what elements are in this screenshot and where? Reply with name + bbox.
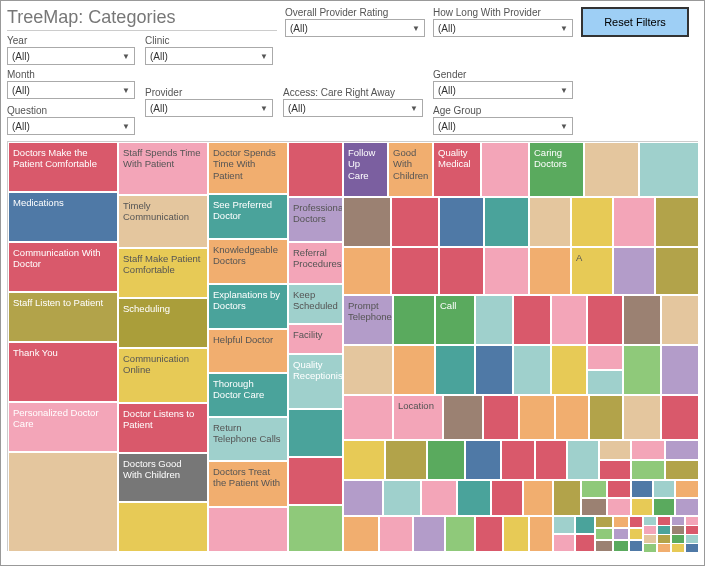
gender-dropdown[interactable]: (All)▼	[433, 81, 573, 99]
month-dropdown[interactable]: (All)▼	[7, 81, 135, 99]
treemap-cell[interactable]	[665, 440, 699, 460]
treemap-cell[interactable]: Quality Medical	[433, 142, 481, 197]
treemap-cell[interactable]	[475, 516, 503, 552]
treemap-cell[interactable]	[587, 370, 623, 395]
treemap-cell[interactable]	[629, 516, 643, 528]
treemap-cell[interactable]	[613, 540, 629, 552]
treemap-cell[interactable]: See Preferred Doctor	[208, 194, 288, 239]
treemap-cell[interactable]	[665, 460, 699, 480]
treemap-cell[interactable]: Professional Doctors	[288, 197, 343, 242]
treemap-cell[interactable]	[501, 440, 535, 480]
treemap-cell[interactable]	[643, 543, 657, 553]
treemap-cell[interactable]	[599, 460, 631, 480]
clinic-dropdown[interactable]: (All)▼	[145, 47, 273, 65]
treemap-cell[interactable]	[589, 395, 623, 440]
treemap-cell[interactable]	[661, 345, 699, 395]
treemap-cell[interactable]	[393, 295, 435, 345]
age-group-dropdown[interactable]: (All)▼	[433, 117, 573, 135]
treemap-cell[interactable]	[439, 247, 484, 295]
treemap-cell[interactable]	[671, 543, 685, 553]
treemap-cell[interactable]	[481, 142, 529, 197]
treemap-cell[interactable]	[288, 142, 343, 197]
treemap-cell[interactable]	[587, 295, 623, 345]
treemap-cell[interactable]	[584, 142, 639, 197]
treemap-cell[interactable]	[343, 247, 391, 295]
treemap-cell[interactable]: Follow Up Care	[343, 142, 388, 197]
treemap-cell[interactable]	[8, 452, 118, 552]
treemap-cell[interactable]: Keep Scheduled	[288, 284, 343, 324]
treemap-cell[interactable]	[529, 197, 571, 247]
treemap-cell[interactable]: Thorough Doctor Care	[208, 373, 288, 417]
treemap-cell[interactable]	[118, 502, 208, 552]
treemap-cell[interactable]	[629, 528, 643, 540]
treemap-cell[interactable]: Staff Listen to Patient	[8, 292, 118, 342]
treemap-cell[interactable]	[385, 440, 427, 480]
treemap-cell[interactable]	[581, 480, 607, 498]
treemap-cell[interactable]	[553, 534, 575, 552]
treemap-cell[interactable]: Thank You	[8, 342, 118, 402]
treemap-cell[interactable]	[535, 440, 567, 480]
treemap-cell[interactable]	[443, 395, 483, 440]
treemap-cell[interactable]	[655, 197, 699, 247]
treemap-cell[interactable]: Call	[435, 295, 475, 345]
treemap-cell[interactable]	[685, 543, 699, 553]
treemap-cell[interactable]: Facility	[288, 324, 343, 354]
treemap-cell[interactable]: Explanations by Doctors	[208, 284, 288, 329]
treemap-cell[interactable]	[623, 345, 661, 395]
treemap-cell[interactable]	[391, 247, 439, 295]
treemap-cell[interactable]	[343, 480, 383, 516]
treemap-cell[interactable]	[529, 516, 553, 552]
treemap-cell[interactable]: Communication Online	[118, 348, 208, 403]
treemap-cell[interactable]: Helpful Doctor	[208, 329, 288, 373]
treemap-cell[interactable]	[343, 516, 379, 552]
treemap-cell[interactable]	[491, 480, 523, 516]
treemap-cell[interactable]	[475, 295, 513, 345]
treemap-cell[interactable]	[555, 395, 589, 440]
treemap-cell[interactable]: Knowledgeable Doctors	[208, 239, 288, 284]
treemap-cell[interactable]	[553, 480, 581, 516]
treemap-cell[interactable]	[343, 440, 385, 480]
treemap-cell[interactable]	[661, 295, 699, 345]
treemap-cell[interactable]	[343, 395, 393, 440]
overall-rating-dropdown[interactable]: (All)▼	[285, 19, 425, 37]
treemap-cell[interactable]	[435, 345, 475, 395]
treemap-cell[interactable]	[551, 295, 587, 345]
treemap-cell[interactable]: Communication With Doctor	[8, 242, 118, 292]
treemap-cell[interactable]	[575, 534, 595, 552]
treemap-cell[interactable]	[484, 197, 529, 247]
treemap-cell[interactable]	[607, 498, 631, 516]
treemap-cell[interactable]	[513, 345, 551, 395]
treemap-cell[interactable]: Quality Receptionists	[288, 354, 343, 409]
reset-filters-button[interactable]: Reset Filters	[581, 7, 689, 37]
treemap-cell[interactable]: A	[571, 247, 613, 295]
treemap-cell[interactable]	[427, 440, 465, 480]
treemap-cell[interactable]	[523, 480, 553, 516]
treemap-cell[interactable]	[483, 395, 519, 440]
question-dropdown[interactable]: (All)▼	[7, 117, 135, 135]
treemap-cell[interactable]: Good With Children	[388, 142, 433, 197]
how-long-dropdown[interactable]: (All)▼	[433, 19, 573, 37]
treemap-cell[interactable]	[581, 498, 607, 516]
treemap-cell[interactable]	[661, 395, 699, 440]
treemap-cell[interactable]	[288, 409, 343, 457]
treemap-cell[interactable]: Doctors Good With Children	[118, 453, 208, 502]
treemap-cell[interactable]	[475, 345, 513, 395]
treemap-cell[interactable]	[631, 480, 653, 498]
treemap-cell[interactable]: Doctors Treat the Patient With	[208, 461, 288, 507]
treemap-cell[interactable]	[379, 516, 413, 552]
treemap-cell[interactable]: Staff Make Patient Comfortable	[118, 248, 208, 298]
treemap-cell[interactable]: Staff Spends Time With Patient	[118, 142, 208, 195]
treemap-cell[interactable]	[208, 507, 288, 552]
treemap-cell[interactable]	[595, 528, 613, 540]
treemap-cell[interactable]: Personalized Doctor Care	[8, 402, 118, 452]
treemap-cell[interactable]	[457, 480, 491, 516]
provider-dropdown[interactable]: (All)▼	[145, 99, 273, 117]
treemap-cell[interactable]: Referral Procedures	[288, 242, 343, 284]
treemap-cell[interactable]: Doctors Make the Patient Comfortable	[8, 142, 118, 192]
treemap-cell[interactable]	[675, 498, 699, 516]
treemap-cell[interactable]	[631, 498, 653, 516]
treemap-cell[interactable]	[343, 197, 391, 247]
treemap-cell[interactable]	[675, 480, 699, 498]
treemap-cell[interactable]: Medications	[8, 192, 118, 242]
treemap-cell[interactable]	[393, 345, 435, 395]
